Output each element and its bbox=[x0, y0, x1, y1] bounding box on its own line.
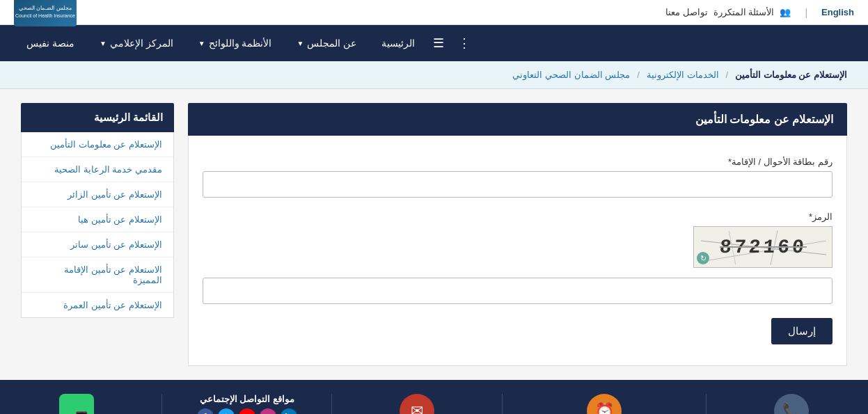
footer-divider-1 bbox=[706, 394, 707, 414]
breadcrumb: الإستعلام عن معلومات التأمين / الخدمات ا… bbox=[0, 61, 868, 89]
captcha-image: 872160 ↻ bbox=[693, 226, 833, 268]
contact-link[interactable]: تواصل معنا bbox=[665, 7, 708, 17]
footer-divider-3 bbox=[331, 394, 332, 414]
main-layout: الإستعلام عن معلومات التأمين رقم بطاقة ا… bbox=[0, 89, 868, 380]
nav-item-regulations[interactable]: الأنظمة واللوائح ▼ bbox=[186, 25, 285, 61]
footer: 📞 مركز الإتصال الموحد 920001177 ⏰ أوقات … bbox=[0, 380, 868, 414]
phone-icon: 📞 bbox=[774, 394, 809, 414]
sidebar-item-3[interactable]: الإستعلام عن تأمين هيا bbox=[22, 207, 173, 232]
footer-work-hours: ⏰ أوقات العمل من الأحد إلى الخميس من 8 ص… bbox=[532, 394, 677, 414]
caret-icon: ▼ bbox=[297, 40, 303, 47]
menu-icon[interactable]: ☰ bbox=[427, 33, 450, 54]
breadcrumb-sep: / bbox=[726, 70, 729, 80]
captcha-row: 872160 ↻ bbox=[203, 226, 833, 304]
sidebar-item-5[interactable]: الاستعلام عن تأمين الإقامة المميزة bbox=[22, 257, 173, 293]
sidebar-item-0[interactable]: الإستعلام عن معلومات التأمين bbox=[22, 132, 173, 157]
submit-button[interactable]: إرسال bbox=[771, 318, 833, 344]
mail-icon: ✉ bbox=[400, 394, 434, 414]
separator: | bbox=[805, 7, 807, 18]
top-bar-right: English | 👥 الأسئلة المتكررة تواصل معنا bbox=[665, 7, 854, 18]
nav-extra-icons: ⋮ ☰ bbox=[427, 33, 476, 54]
grid-icon[interactable]: ⋮ bbox=[452, 33, 476, 54]
content-body: رقم بطاقة الأحوال / الإقامة* الرمز* bbox=[188, 136, 847, 366]
breadcrumb-current: الإستعلام عن معلومات التأمين bbox=[735, 70, 847, 80]
nav-bar: ⋮ ☰ الرئيسية عن المجلس ▼ الأنظمة واللوائ… bbox=[0, 25, 868, 61]
sidebar-item-6[interactable]: الإستعلام عن تأمين العمرة bbox=[22, 293, 173, 317]
captcha-code: 872160 bbox=[718, 237, 807, 258]
id-label: رقم بطاقة الأحوال / الإقامة* bbox=[203, 157, 833, 167]
id-input[interactable] bbox=[203, 171, 833, 198]
breadcrumb-sep-2: / bbox=[637, 70, 640, 80]
breadcrumb-link-2[interactable]: الخدمات الإلكترونية bbox=[647, 70, 719, 80]
footer-social: مواقع التواصل الإجتماعي in ● ▶ t f bbox=[191, 394, 303, 414]
nav-item-media[interactable]: المركز الإعلامي ▼ bbox=[87, 25, 186, 61]
clock-icon: ⏰ bbox=[587, 394, 622, 414]
content-area: الإستعلام عن معلومات التأمين رقم بطاقة ا… bbox=[188, 103, 847, 366]
id-form-group: رقم بطاقة الأحوال / الإقامة* bbox=[203, 157, 833, 198]
sidebar-menu: الإستعلام عن معلومات التأمين مقدمي خدمة … bbox=[21, 132, 174, 318]
captcha-container: الرمز* 872160 ↻ bbox=[203, 212, 833, 304]
footer-social-title: مواقع التواصل الإجتماعي bbox=[200, 394, 294, 404]
sidebar-item-4[interactable]: الإستعلام عن تأمين ساتر bbox=[22, 232, 173, 257]
instagram-icon[interactable]: ● bbox=[260, 408, 276, 414]
facebook-icon[interactable]: f bbox=[197, 408, 214, 414]
sidebar-item-1[interactable]: مقدمي خدمة الرعاية الصحية bbox=[22, 157, 173, 182]
captcha-refresh-button[interactable]: ↻ bbox=[697, 252, 709, 264]
twitter-icon[interactable]: t bbox=[218, 408, 235, 414]
linkedin-icon[interactable]: in bbox=[281, 408, 297, 414]
caret-icon: ▼ bbox=[198, 40, 205, 47]
people-icon: 👥 bbox=[780, 7, 791, 17]
social-icons: in ● ▶ t f bbox=[197, 408, 297, 414]
nav-item-about[interactable]: عن المجلس ▼ bbox=[284, 25, 369, 61]
nav-item-home[interactable]: الرئيسية bbox=[369, 25, 427, 61]
footer-contact-general: ✉ التواصل مع الأمين العام bbox=[361, 394, 473, 414]
footer-contact-center: 📞 مركز الإتصال الموحد 920001177 bbox=[736, 394, 847, 414]
top-bar: English | 👥 الأسئلة المتكررة تواصل معنا … bbox=[0, 0, 868, 25]
youtube-icon[interactable]: ▶ bbox=[239, 408, 255, 414]
logo-area: مجلس الضـمان الصحيCouncil of Health Insu… bbox=[14, 0, 77, 26]
footer-divider-4 bbox=[161, 394, 162, 414]
sidebar-title: القائمة الرئيسية bbox=[21, 103, 174, 132]
footer-app: 📲 حمل تطبيق المجلس bbox=[21, 394, 132, 414]
nav-item-nafis[interactable]: منصة نفيس bbox=[14, 25, 87, 61]
sidebar-item-2[interactable]: الإستعلام عن تأمين الزائر bbox=[22, 182, 173, 207]
caret-icon: ▼ bbox=[100, 40, 106, 47]
english-button[interactable]: English bbox=[821, 7, 854, 17]
right-sidebar: القائمة الرئيسية الإستعلام عن معلومات ال… bbox=[21, 103, 174, 366]
submit-area: إرسال bbox=[203, 318, 833, 344]
app-download-icon[interactable]: 📲 bbox=[59, 394, 94, 414]
faq-link[interactable]: الأسئلة المتكررة bbox=[713, 7, 775, 17]
content-header: الإستعلام عن معلومات التأمين bbox=[188, 103, 847, 136]
captcha-label: الرمز* bbox=[203, 212, 833, 222]
logo: مجلس الضـمان الصحيCouncil of Health Insu… bbox=[14, 0, 77, 26]
breadcrumb-link-1[interactable]: مجلس الضمان الصحي التعاوني bbox=[512, 70, 630, 80]
footer-divider-2 bbox=[502, 394, 503, 414]
captcha-input[interactable] bbox=[203, 278, 833, 304]
top-bar-links: 👥 الأسئلة المتكررة تواصل معنا bbox=[665, 7, 791, 17]
